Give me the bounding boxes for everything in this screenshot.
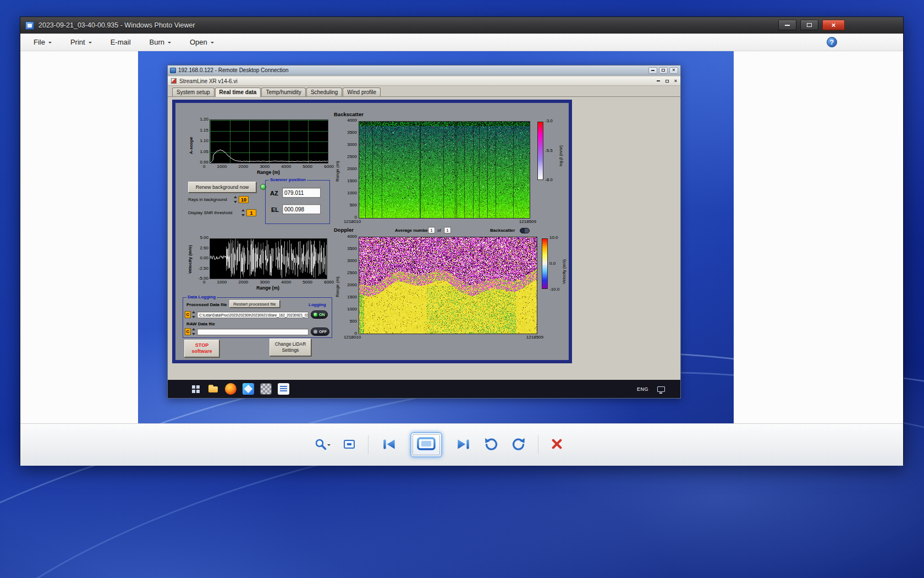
menu-e-mail[interactable]: E-mail [111,38,131,46]
restart-processed-file-button[interactable]: Restart processed file [229,300,280,308]
renew-background-button[interactable]: Renew background now [188,182,256,193]
delete-button[interactable] [551,438,563,452]
az-field[interactable]: 079.011 [282,188,321,198]
velocity-xticks: 0100020003000400050006000 [203,280,334,285]
menu-open[interactable]: Open [190,38,214,46]
tick-label: 2000 [239,280,249,285]
menu-item-label: Burn [150,38,164,46]
app-icon [171,78,177,84]
processed-drive-box[interactable]: C [185,311,191,318]
toggle-state-label: OFF [319,330,327,334]
tab-real-time-data[interactable]: Real time data [215,88,261,97]
maximize-button[interactable] [800,20,818,30]
ascope-xlabel: Range (m) [210,170,327,175]
text-editor-icon[interactable] [278,383,289,395]
tick-label: 5000 [302,280,312,285]
tick-label: -10.0 [549,287,559,292]
data-logging-title: Data Logging [186,295,217,300]
rdp-window: 192.168.0.122 - Remote Desktop Connectio… [167,65,681,399]
processed-path-field[interactable]: C:\Lidar\Data\Proc\2023\202309\20230921\… [197,312,309,318]
tick-label: 1218010 [344,219,361,224]
tick-label: 2000 [347,167,357,171]
minimize-icon[interactable] [657,80,660,81]
raw-path-field[interactable] [197,329,309,335]
help-icon[interactable]: ? [827,37,837,47]
tab-scheduling[interactable]: Scheduling [306,88,342,96]
slideshow-button[interactable] [410,432,442,457]
menu-print[interactable]: Print [70,38,92,46]
language-indicator[interactable]: ENG [637,386,648,392]
raw-drive-box[interactable]: C [185,328,191,335]
viewer-toolbar [20,423,903,466]
next-button[interactable] [454,435,472,455]
processed-logging-toggle[interactable]: ON [311,310,328,319]
snr-spinner[interactable] [241,209,245,216]
close-icon: × [672,68,675,73]
doppler-range-ylabel: Range (m) [335,265,340,309]
rdp-taskbar: ENG [168,380,680,398]
tab-wind-profile[interactable]: Wind profile [343,88,381,96]
menu-item-label: E-mail [111,38,131,46]
tick-label: 1.20 [200,117,208,122]
tick-label: 1218509 [519,219,536,224]
change-lidar-settings-button[interactable]: Change LiDAR Settings [270,339,311,356]
average-number-field[interactable]: 1 [428,227,435,233]
toolbar-separator [368,435,369,454]
velocity-yticks: 5.002.500.00-2.50-5.00 [193,236,208,281]
rdp-close-button[interactable]: × [669,67,678,74]
tick-label: 0.0 [549,261,559,266]
change-button-line2: Settings [282,347,299,353]
restore-icon[interactable] [666,80,669,83]
task-view-icon[interactable] [190,383,201,395]
rdp-maximize-button[interactable] [659,67,668,74]
tick-label: -5.5 [545,149,553,153]
el-field[interactable]: 000.098 [282,204,321,214]
tab-temp-humidity[interactable]: Temp/humidity [261,88,305,96]
menu-file[interactable]: File [34,38,52,46]
snr-threshold-field[interactable]: 1 [246,209,256,216]
rotate-clockwise-button[interactable] [511,437,526,453]
chevron-down-icon [48,42,52,45]
previous-button[interactable] [381,435,398,455]
firefox-icon[interactable] [225,383,237,395]
rotate-counterclockwise-button[interactable] [484,437,499,453]
raw-data-file-label: RAW Data file [186,321,215,326]
logging-label: Logging [309,302,326,307]
processed-path-spinner[interactable] [192,311,196,318]
backscatter-display-toggle[interactable] [520,228,530,233]
delete-icon [551,438,563,452]
monitor-icon[interactable] [657,386,665,392]
photos-icon[interactable] [243,383,254,395]
tick-label: 1218010 [344,335,361,340]
tick-label: 2500 [347,271,357,275]
raw-path-spinner[interactable] [192,328,196,335]
change-button-line1: Change LiDAR [275,341,306,347]
rays-spinner[interactable] [234,196,238,203]
file-explorer-icon[interactable] [207,383,219,395]
zoom-button[interactable] [314,438,331,452]
chevron-down-icon [89,42,92,45]
rdp-minimize-button[interactable] [648,67,657,74]
close-icon[interactable]: × [674,79,677,84]
menu-burn[interactable]: Burn [150,38,171,46]
average-number-label: Average number [395,228,430,233]
close-button[interactable]: × [822,20,845,30]
capture-tool-icon[interactable] [260,383,272,395]
actual-size-button[interactable] [343,438,356,452]
average-count-field[interactable]: 1 [444,227,451,233]
minimize-button[interactable] [778,20,796,30]
tab-system-setup[interactable]: System setup [172,88,215,96]
maximize-icon [662,69,665,72]
taskbar-icons [190,383,289,395]
tick-label: -3.0 [545,119,553,123]
tick-label: 2500 [347,155,357,159]
tick-label: 500 [350,203,357,208]
rays-in-background-field[interactable]: 10 [239,196,249,203]
backscatter-section-label: Backscatter [334,111,364,117]
stop-software-button[interactable]: STOP software [184,340,219,357]
doppler-colorbar [542,238,548,289]
menu-item-label: Open [190,38,207,46]
ascope-xticks: 0100020003000400050006000 [203,164,334,169]
app-window-controls: × [657,79,677,84]
raw-logging-toggle[interactable]: OFF [311,328,329,336]
